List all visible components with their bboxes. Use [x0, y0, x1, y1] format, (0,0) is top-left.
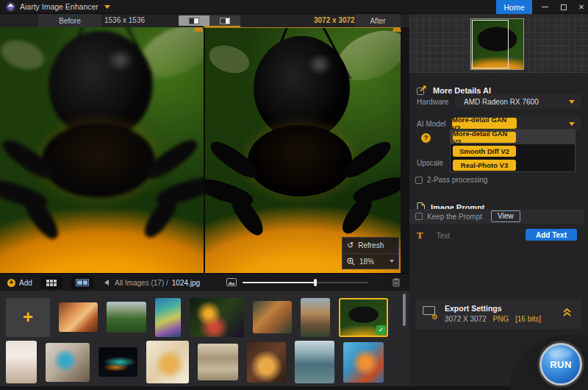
settings-panel: More Details AI Hardware AMD Radeon RX 7… [409, 14, 588, 390]
thumbnail-tiger[interactable] [253, 301, 292, 333]
hardware-value: AMD Radeon RX 7600 [455, 98, 539, 106]
thumbnail-fantasy-woman[interactable] [155, 298, 181, 337]
grid-view-icon [46, 280, 57, 286]
ai-model-option[interactable]: More-detail GAN V2 [451, 130, 575, 144]
thumbnail-man-portrait[interactable] [301, 298, 330, 337]
thumbnail-dragon-art[interactable] [343, 342, 384, 383]
ai-model-option[interactable]: Smooth Diff V2 [451, 144, 575, 158]
chevron-down-icon [569, 100, 575, 104]
plus-icon: + [7, 279, 15, 287]
view-toggle-group [179, 15, 240, 26]
window-bottom-edge [0, 386, 588, 390]
ai-model-label: AI Model [417, 120, 445, 128]
split-view-button[interactable] [179, 15, 209, 26]
thumbnail-interior[interactable] [198, 344, 238, 380]
text-tool-icon: T [417, 230, 423, 241]
navigator-thumbnail[interactable] [470, 18, 524, 70]
thumbnail-bride[interactable] [6, 341, 37, 383]
back-arrow-icon[interactable] [104, 280, 109, 286]
close-button[interactable]: ✕ [575, 0, 588, 14]
main-area: Before 1536 x 1536 3072 x 3072 After [0, 14, 409, 390]
divider-handle-left[interactable] [194, 27, 203, 32]
ai-model-dropdown: More-detail GAN V2 Smooth Diff V2 Real-P… [450, 130, 576, 172]
add-text-button[interactable]: Add Text [526, 229, 577, 241]
after-pane[interactable]: ↺ Refresh 18% [205, 27, 401, 273]
refresh-button[interactable]: ↺ Refresh [343, 238, 398, 253]
hardware-select[interactable]: AMD Radeon RX 7600 [455, 94, 581, 109]
refresh-icon: ↺ [347, 241, 354, 250]
view-prompt-button[interactable]: View [491, 210, 520, 222]
divider-handle-right[interactable] [392, 27, 401, 32]
export-size: 3072 X 3072 [445, 315, 487, 323]
ai-model-option[interactable]: Real-Photo V3 [451, 158, 575, 172]
text-label: Text [437, 232, 450, 240]
export-settings-card[interactable]: ⚙ Export Settings 3072 X 3072 PNG [16 bi… [415, 299, 582, 329]
add-label: Add [19, 279, 32, 287]
keep-prompt-row: Keep the Prompt View [409, 209, 584, 224]
thumbnail-butterfly[interactable] [190, 298, 244, 337]
minimize-icon [542, 7, 548, 8]
titlebar: Aiarty Image Enhancer Home ✕ [0, 0, 588, 14]
two-pass-checkbox-row[interactable]: 2-Pass processing [415, 176, 487, 184]
zoom-control[interactable]: 18% [343, 253, 398, 269]
thumbnail-city-night[interactable] [98, 347, 137, 377]
checkbox-icon[interactable] [415, 213, 423, 220]
export-bit-depth: [16 bits] [515, 315, 541, 323]
delete-icon[interactable] [392, 277, 401, 287]
run-button[interactable]: RUN [539, 343, 582, 386]
export-format: PNG [493, 315, 509, 323]
selected-check-icon: ✓ [376, 325, 386, 335]
thumbnail-island-lake[interactable] [295, 341, 334, 383]
side-by-side-view-button[interactable] [209, 15, 240, 26]
after-size: 3072 x 3072 [314, 16, 355, 24]
upscale-label: Upscale [417, 159, 443, 167]
thumbnail-size-slider[interactable] [243, 282, 368, 283]
thumbnail-size-icon [226, 278, 237, 286]
gear-icon: ⚙ [431, 313, 438, 321]
viewer-overlay: ↺ Refresh 18% [342, 237, 399, 269]
two-pass-label: 2-Pass processing [427, 176, 487, 184]
before-tab[interactable]: Before [38, 14, 101, 27]
app-window: Aiarty Image Enhancer Home ✕ Before 1536… [0, 0, 588, 390]
double-chevron-up-icon[interactable] [562, 308, 572, 317]
thumbnail-valley-horses[interactable] [107, 302, 146, 333]
add-image-tile[interactable]: + [6, 298, 50, 337]
add-image-button[interactable]: + Add [7, 274, 32, 291]
zoom-chevron-icon[interactable] [390, 260, 394, 263]
thumbnail-girl-portrait[interactable] [59, 302, 98, 332]
side-by-side-icon [220, 18, 230, 24]
thumbnail-kingfisher[interactable] [46, 343, 90, 382]
maximize-button[interactable] [556, 0, 572, 14]
app-title: Aiarty Image Enhancer [20, 2, 98, 11]
compare-divider[interactable] [204, 27, 205, 273]
maximize-icon [561, 4, 567, 10]
navigator-selection[interactable] [472, 20, 509, 68]
text-tool-row: T Text Add Text [409, 229, 588, 242]
grid-view-button[interactable] [40, 276, 62, 289]
filmstrip-icon [76, 279, 89, 286]
thumbnail-perfume[interactable] [146, 341, 189, 383]
split-view-icon [189, 18, 199, 24]
zoom-level: 18% [359, 258, 374, 266]
bottom-toolbar: + Add All Images (17) / 1024.jpg [0, 273, 409, 291]
before-image [0, 27, 204, 273]
keep-prompt-label: Keep the Prompt [427, 213, 482, 221]
image-navigation: All Images (17) / 1024.jpg [104, 274, 200, 291]
thumbnail-bee-selected[interactable]: ✓ [339, 298, 388, 337]
ai-model-value[interactable]: More-detail GAN V2 [452, 118, 517, 129]
app-logo-icon [6, 2, 15, 12]
all-images-label[interactable]: All Images (17) / [115, 279, 168, 287]
help-icon[interactable]: ? [421, 133, 431, 143]
section-title: More Details AI [433, 86, 491, 95]
checkbox-icon[interactable] [415, 177, 423, 184]
minimize-button[interactable] [537, 0, 553, 14]
export-summary: 3072 X 3072 PNG [16 bits] [445, 315, 541, 323]
slider-handle[interactable] [314, 279, 317, 286]
before-pane[interactable] [0, 27, 204, 273]
after-tab[interactable]: After [355, 14, 401, 27]
chevron-down-icon[interactable] [104, 5, 110, 9]
thumbnail-pancakes[interactable] [247, 342, 286, 383]
filmstrip-view-button[interactable] [71, 276, 93, 289]
gallery-scrollbar[interactable] [403, 294, 406, 326]
home-button[interactable]: Home [496, 0, 532, 14]
